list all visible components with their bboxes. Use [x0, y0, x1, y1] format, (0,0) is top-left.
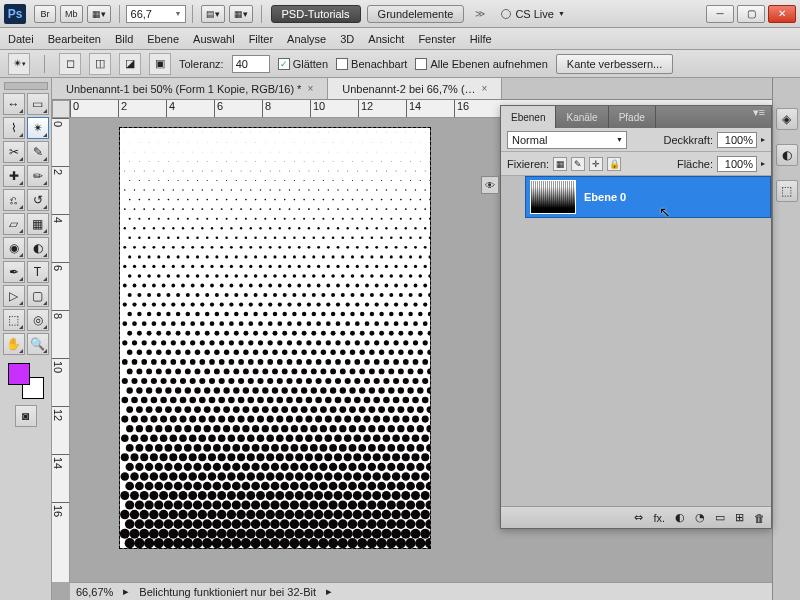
layer-thumbnail[interactable]	[530, 180, 576, 214]
type-tool[interactable]: T	[27, 261, 49, 283]
3d-tool[interactable]: ⬚	[3, 309, 25, 331]
dock-adjustments-icon[interactable]: ⬚	[776, 180, 798, 202]
tab-kanaele[interactable]: Kanäle	[556, 106, 608, 128]
marquee-tool[interactable]: ▭	[27, 93, 49, 115]
adjustment-icon[interactable]: ◔	[695, 511, 705, 524]
wand-tool-icon[interactable]: ✴▾	[8, 53, 30, 75]
fill-input[interactable]: 100%	[717, 156, 757, 172]
mask-icon[interactable]: ◐	[675, 511, 685, 524]
doc-tab-2[interactable]: Unbenannt-2 bei 66,7% (…×	[328, 78, 502, 99]
svg-point-116	[323, 161, 324, 162]
foreground-swatch[interactable]	[8, 363, 30, 385]
stamp-tool[interactable]: ⎌	[3, 189, 25, 211]
doc-tab-1[interactable]: Unbenannt-1 bei 50% (Form 1 Kopie, RGB/1…	[52, 78, 328, 99]
menu-3d[interactable]: 3D	[340, 33, 354, 45]
eraser-tool[interactable]: ▱	[3, 213, 25, 235]
zoom-combo[interactable]: 66,7	[126, 5, 186, 23]
close-icon[interactable]: ×	[482, 83, 488, 94]
menu-ebene[interactable]: Ebene	[147, 33, 179, 45]
crop-tool[interactable]: ✂	[3, 141, 25, 163]
all-layers-checkbox[interactable]: Alle Ebenen aufnehmen	[415, 58, 547, 70]
blur-tool[interactable]: ◉	[3, 237, 25, 259]
hand-tool[interactable]: ✋	[3, 333, 25, 355]
svg-point-1355	[226, 529, 236, 539]
maximize-button[interactable]: ▢	[737, 5, 765, 23]
gradient-tool[interactable]: ▦	[27, 213, 49, 235]
eyedropper-tool[interactable]: ✎	[27, 141, 49, 163]
contiguous-checkbox[interactable]: Benachbart	[336, 58, 407, 70]
opacity-input[interactable]: 100%	[717, 132, 757, 148]
path-select-tool[interactable]: ▷	[3, 285, 25, 307]
minimize-button[interactable]: ─	[706, 5, 734, 23]
svg-point-500	[322, 274, 326, 278]
workspace-grundelemente[interactable]: Grundelemente	[367, 5, 465, 23]
svg-point-1005	[252, 425, 259, 432]
color-swatches[interactable]	[8, 363, 44, 399]
menu-auswahl[interactable]: Auswahl	[193, 33, 235, 45]
visibility-toggle[interactable]: 👁	[481, 176, 499, 194]
arrange-button[interactable]: ▤▾	[201, 5, 225, 23]
dodge-tool[interactable]: ◐	[27, 237, 49, 259]
close-button[interactable]: ✕	[768, 5, 796, 23]
blend-mode-select[interactable]: Normal	[507, 131, 627, 149]
3d-camera-tool[interactable]: ◎	[27, 309, 49, 331]
shape-tool[interactable]: ▢	[27, 285, 49, 307]
minibridge-button[interactable]: Mb	[60, 5, 83, 23]
new-layer-icon[interactable]: ⊞	[735, 511, 744, 524]
menu-bild[interactable]: Bild	[115, 33, 133, 45]
toolbox-handle[interactable]	[4, 82, 48, 90]
svg-point-1108	[315, 453, 323, 461]
refine-edge-button[interactable]: Kante verbessern...	[556, 54, 673, 74]
cslive-button[interactable]: CS Live▼	[501, 8, 564, 20]
zoom-tool[interactable]: 🔍	[27, 333, 49, 355]
menu-bearbeiten[interactable]: Bearbeiten	[48, 33, 101, 45]
sel-intersect-icon[interactable]: ▣	[149, 53, 171, 75]
sel-new-icon[interactable]: ◻	[59, 53, 81, 75]
fx-icon[interactable]: fx.	[653, 512, 665, 524]
lock-all-icon[interactable]: 🔒	[607, 157, 621, 171]
trash-icon[interactable]: 🗑	[754, 512, 765, 524]
antialias-checkbox[interactable]: ✓Glätten	[278, 58, 328, 70]
extras-button[interactable]: ▦▾	[229, 5, 253, 23]
group-icon[interactable]: ▭	[715, 511, 725, 524]
panel-menu-icon[interactable]: ▾≡	[747, 106, 771, 128]
lock-transparency-icon[interactable]: ▦	[553, 157, 567, 171]
svg-point-433	[293, 255, 296, 258]
tab-ebenen[interactable]: Ebenen	[501, 106, 556, 128]
workspace-more-icon[interactable]: ≫	[475, 8, 485, 19]
move-tool[interactable]: ↔	[3, 93, 25, 115]
workspace-tutorials[interactable]: PSD-Tutorials	[271, 5, 361, 23]
tab-pfade[interactable]: Pfade	[609, 106, 656, 128]
sel-add-icon[interactable]: ◫	[89, 53, 111, 75]
magic-wand-tool[interactable]: ✴	[27, 117, 49, 139]
close-icon[interactable]: ×	[307, 83, 313, 94]
menu-filter[interactable]: Filter	[249, 33, 273, 45]
lasso-tool[interactable]: ⌇	[3, 117, 25, 139]
layer-row[interactable]: Ebene 0 ↖	[525, 176, 771, 218]
svg-point-657	[287, 321, 292, 326]
pen-tool[interactable]: ✒	[3, 261, 25, 283]
lock-position-icon[interactable]: ✛	[589, 157, 603, 171]
canvas[interactable]	[120, 128, 430, 548]
bridge-button[interactable]: Br	[34, 5, 56, 23]
dock-layers-icon[interactable]: ◈	[776, 108, 798, 130]
dock-color-icon[interactable]: ◐	[776, 144, 798, 166]
menu-datei[interactable]: Datei	[8, 33, 34, 45]
ruler-vertical[interactable]: 0246810121416	[52, 118, 70, 582]
screen-mode-button[interactable]: ▦▾	[87, 5, 111, 23]
menu-analyse[interactable]: Analyse	[287, 33, 326, 45]
layer-name[interactable]: Ebene 0	[584, 191, 626, 203]
menu-fenster[interactable]: Fenster	[418, 33, 455, 45]
lock-pixels-icon[interactable]: ✎	[571, 157, 585, 171]
healing-tool[interactable]: ✚	[3, 165, 25, 187]
history-brush-tool[interactable]: ↺	[27, 189, 49, 211]
status-zoom[interactable]: 66,67%	[76, 586, 113, 598]
sel-sub-icon[interactable]: ◪	[119, 53, 141, 75]
quickmask-button[interactable]: ◙	[15, 405, 37, 427]
menu-ansicht[interactable]: Ansicht	[368, 33, 404, 45]
brush-tool[interactable]: ✏	[27, 165, 49, 187]
tolerance-input[interactable]: 40	[232, 55, 270, 73]
menu-hilfe[interactable]: Hilfe	[470, 33, 492, 45]
ruler-origin[interactable]	[52, 100, 70, 118]
link-layers-icon[interactable]: ⇔	[634, 511, 643, 524]
